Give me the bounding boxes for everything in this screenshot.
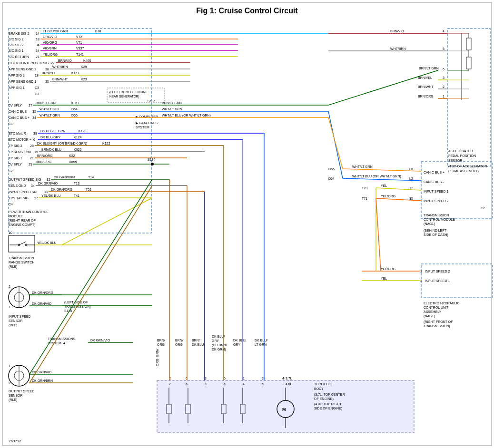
svg-text:INPUT SPEED 2: INPUT SPEED 2: [425, 270, 450, 273]
svg-text:K29: K29: [81, 65, 87, 68]
svg-text:1: 1: [9, 364, 10, 368]
svg-text:ORG: ORG: [156, 359, 159, 366]
svg-text:T52: T52: [86, 188, 91, 191]
svg-text:DK GRN/VIO: DK GRN/VIO: [90, 339, 110, 342]
svg-text:TRANSMISSION: TRANSMISSION: [424, 214, 449, 217]
svg-text:3: 3: [443, 76, 445, 79]
svg-text:5: 5: [262, 382, 264, 386]
svg-text:T14: T14: [88, 175, 94, 179]
svg-text:ORG: ORG: [175, 343, 183, 346]
svg-text:3: 3: [205, 382, 207, 386]
svg-text:WHT/BRN: WHT/BRN: [390, 47, 406, 50]
diagram-container: Fig 1: Cruise Control Circuit POWERTRAIN…: [0, 0, 494, 448]
svg-text:V72: V72: [76, 35, 82, 39]
svg-text:DK.BLU: DK.BLU: [192, 343, 204, 346]
svg-text:SYSTEM ◄: SYSTEM ◄: [48, 341, 66, 345]
svg-text:BRN/LT GRN: BRN/LT GRN: [419, 67, 439, 70]
svg-text:APP SIG 1: APP SIG 1: [9, 86, 25, 89]
svg-text:5: 5: [443, 47, 445, 50]
svg-text:(RLE): (RLE): [9, 398, 17, 402]
svg-text:DK BLU/GRY (OR BRN/DK GRN): DK BLU/GRY (OR BRN/DK GRN): [37, 142, 87, 146]
svg-text:BRN/VIO: BRN/VIO: [390, 29, 404, 33]
svg-text:K124: K124: [74, 136, 81, 139]
svg-text:DK GRN/VIO: DK GRN/VIO: [32, 370, 52, 374]
svg-text:TRANSMISSION): TRANSMISSION): [424, 324, 450, 328]
svg-text:BRN/WHT: BRN/WHT: [418, 85, 434, 88]
svg-text:3: 3: [420, 279, 422, 282]
svg-text:▶ DATA LINES: ▶ DATA LINES: [136, 121, 158, 125]
svg-text:WHT/LT BLU (OR WHT/LT GRN): WHT/LT BLU (OR WHT/LT GRN): [352, 175, 401, 178]
svg-text:DK GRN/ORG: DK GRN/ORG: [32, 291, 53, 294]
svg-text:C3: C3: [35, 86, 39, 89]
svg-text:WHT/LT BLU: WHT/LT BLU: [40, 107, 59, 111]
svg-text:(4.0L: TOP RIGHT: (4.0L: TOP RIGHT: [314, 402, 342, 406]
svg-text:35: 35: [32, 110, 36, 113]
svg-text:(RIGHT FRONT OF: (RIGHT FRONT OF: [424, 320, 453, 324]
svg-text:BRN/ORG: BRN/ORG: [36, 160, 51, 164]
svg-text:4: 4: [443, 29, 445, 33]
svg-text:1: 1: [443, 95, 445, 98]
svg-text:M: M: [282, 407, 286, 412]
svg-text:(RLE): (RLE): [9, 323, 17, 327]
svg-point-353: [151, 163, 154, 166]
svg-text:TP SIG 1: TP SIG 1: [9, 156, 22, 160]
svg-text:LT GRN: LT GRN: [255, 343, 267, 346]
svg-text:C2: C2: [9, 169, 13, 173]
svg-text:29: 29: [29, 163, 32, 166]
svg-text:WHT/LT GRN: WHT/LT GRN: [352, 165, 373, 168]
svg-text:S/C SIG 2: S/C SIG 2: [9, 38, 24, 41]
svg-text:2: 2: [9, 285, 10, 288]
svg-text:APP SENS GND 1: APP SENS GND 1: [9, 80, 36, 83]
svg-text:33: 33: [44, 190, 48, 194]
svg-text:LT BLU/DK GRN: LT BLU/DK GRN: [43, 29, 68, 33]
svg-text:DK GRN/VIO: DK GRN/VIO: [38, 182, 58, 185]
svg-text:DK BLU/LT GRN: DK BLU/LT GRN: [40, 129, 65, 133]
svg-text:YEL: YEL: [381, 277, 387, 280]
svg-text:DK GRN/BRN: DK GRN/BRN: [54, 175, 75, 179]
svg-text:S135: S135: [148, 99, 155, 103]
svg-text:BRN/YEL: BRN/YEL: [42, 71, 56, 75]
svg-text:BRN/LT GRN: BRN/LT GRN: [162, 101, 182, 105]
svg-text:K922: K922: [74, 148, 81, 151]
svg-text:APP SIG 2: APP SIG 2: [9, 74, 25, 77]
svg-text:V937: V937: [76, 47, 84, 50]
svg-text:D65: D65: [328, 167, 335, 171]
svg-text:35: 35: [409, 197, 413, 200]
svg-text:S134: S134: [148, 158, 155, 161]
svg-text:263712: 263712: [9, 439, 21, 443]
svg-text:2: 2: [9, 381, 10, 385]
svg-text:YEL/ORG: YEL/ORG: [381, 267, 395, 271]
svg-text:K167: K167: [71, 71, 79, 75]
svg-text:INPUT SPEED 1: INPUT SPEED 1: [424, 190, 448, 193]
svg-text:(TOP OF ACCELERATOR: (TOP OF ACCELERATOR: [448, 165, 487, 168]
svg-text:S/C SIG 2: S/C SIG 2: [9, 43, 24, 47]
svg-text:5V SPLY: 5V SPLY: [9, 163, 22, 166]
svg-text:APP SENS GND 2: APP SENS GND 2: [9, 68, 36, 71]
svg-text:BRAKE SIG 2: BRAKE SIG 2: [9, 32, 30, 35]
svg-text:POWERTRAIN CONTROL: POWERTRAIN CONTROL: [9, 210, 49, 214]
svg-text:CAN C BUS -: CAN C BUS -: [424, 180, 444, 184]
svg-text:MODULE: MODULE: [9, 214, 23, 218]
svg-text:(NAG1): (NAG1): [424, 222, 435, 226]
svg-text:←3.7L: ←3.7L: [282, 377, 292, 380]
svg-text:K23: K23: [81, 78, 87, 81]
svg-text:THROTTLE: THROTTLE: [314, 382, 332, 386]
svg-text:27: 27: [34, 196, 38, 200]
svg-text:BRN/: BRN/: [192, 339, 200, 342]
svg-text:K128: K128: [79, 129, 86, 133]
svg-text:38: 38: [45, 68, 49, 71]
svg-text:28: 28: [30, 144, 34, 147]
svg-text:2: 2: [443, 85, 445, 88]
svg-text:BRN/ORG: BRN/ORG: [418, 95, 434, 98]
svg-text:OF ENGINE): OF ENGINE): [314, 397, 334, 401]
svg-text:15: 15: [34, 150, 38, 154]
svg-text:SYSTEM: SYSTEM: [136, 126, 149, 129]
svg-text:DK BLU/: DK BLU/: [233, 339, 246, 342]
svg-text:BRN/VIO: BRN/VIO: [58, 59, 72, 62]
svg-text:WHT/LT GRN: WHT/LT GRN: [40, 114, 60, 117]
svg-text:4: 4: [243, 382, 245, 386]
svg-text:SIDE OF ENGINE): SIDE OF ENGINE): [314, 407, 342, 410]
svg-text:34: 34: [32, 116, 36, 119]
svg-text:ETC MOTOR +: ETC MOTOR +: [9, 138, 31, 141]
svg-text:ETC MotoR -: ETC MotoR -: [9, 132, 29, 135]
